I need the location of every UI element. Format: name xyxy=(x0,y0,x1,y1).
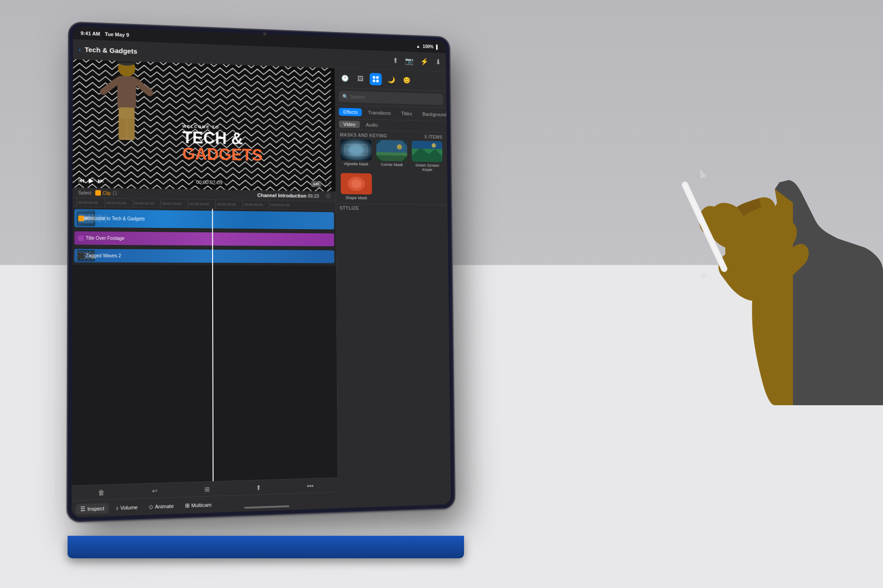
svg-rect-16 xyxy=(376,76,379,79)
effects-grid: Vignette Mask xyxy=(336,139,447,204)
app-content: WELCOME TO Tech & Gadgets ⏮ ▶ xyxy=(72,59,451,518)
ruler-mark-0: 00:00:00:00 xyxy=(76,198,105,208)
right-panel: 🕐 🖼 🌙 😊 xyxy=(335,68,451,508)
trash-icon[interactable]: 🗑 xyxy=(98,488,105,496)
multicam-label: Multicam xyxy=(191,502,212,508)
video-text-overlay: WELCOME TO Tech & Gadgets xyxy=(182,124,263,164)
volume-icon: ♪ xyxy=(116,504,118,511)
multicam-icon: ⊞ xyxy=(185,502,189,509)
title-line2: Gadgets xyxy=(182,145,263,164)
effect-item-corner[interactable]: Corner Mask xyxy=(375,140,409,172)
status-day: Tue May 9 xyxy=(105,32,129,38)
share-icon[interactable]: ⬆ xyxy=(256,484,261,491)
volume-label: Volume xyxy=(120,504,137,511)
ruler-mark-3: 00:00:03:00 xyxy=(160,199,188,208)
animate-button[interactable]: ◇ Animate xyxy=(144,501,178,512)
header-icons: ⬆ 📷 ⚡ ⬇ xyxy=(392,56,441,66)
ipad-wrapper: 9:41 AM Tue May 9 ▲ 100% ▌ ‹ Tech & Gadg… xyxy=(72,27,487,545)
timeline-timecode: 00:23 xyxy=(308,194,319,199)
track-row-bg[interactable]: Zagged Waves 2 xyxy=(73,247,336,266)
track-row-title[interactable]: Title Over Footage xyxy=(73,230,336,249)
undo-icon[interactable]: ↩ xyxy=(152,487,157,494)
svg-rect-9 xyxy=(118,118,126,138)
track-label-title: Title Over Footage xyxy=(78,235,124,241)
svg-rect-15 xyxy=(373,76,375,79)
main-title: Tech & Gadgets xyxy=(182,130,263,164)
chevron-left-icon: ‹ xyxy=(79,45,81,53)
panel-effects-icon[interactable] xyxy=(370,73,382,86)
timecode-display: 00:00:07:09 xyxy=(193,178,225,186)
right-panel-header: 🕐 🖼 🌙 😊 xyxy=(335,68,446,91)
effect-item-shape[interactable]: Shape Mask xyxy=(339,173,373,200)
battery-icon: ▌ xyxy=(436,44,439,49)
download-icon[interactable]: ⬇ xyxy=(435,58,441,67)
clip-text: Clip xyxy=(103,190,111,195)
ruler-mark-5: 00:00:05:00 xyxy=(215,200,242,209)
wifi-icon: ▲ xyxy=(416,44,420,49)
effect-item-greenscreen[interactable]: Green Screen Keyer xyxy=(411,140,444,172)
ruler-mark-1: 00:00:01:00 xyxy=(105,198,132,208)
ruler-mark-4: 00:00:04:00 xyxy=(188,199,215,209)
panel-clock-icon[interactable]: 🕐 xyxy=(339,72,351,85)
section-label-text: MASKS AND KEYING xyxy=(340,132,387,138)
play-button[interactable]: ▶ xyxy=(89,176,94,184)
info-icon[interactable]: ⓘ xyxy=(326,193,331,199)
section-count: 5 Items xyxy=(425,135,443,140)
track-label-bg: Zagged Waves 2 xyxy=(78,253,121,258)
ipad-screen: 9:41 AM Tue May 9 ▲ 100% ▌ ‹ Tech & Gadg… xyxy=(72,27,451,518)
clip-checkbox: ☐ xyxy=(113,190,117,195)
svg-rect-10 xyxy=(127,118,135,138)
subtab-audio[interactable]: Audio xyxy=(361,121,382,129)
timeline-title: Channel Introduction 00:23 xyxy=(257,192,319,199)
animate-icon: ◇ xyxy=(149,503,153,510)
svg-line-6 xyxy=(103,81,117,92)
track-name-main: Welcome to Tech & Gadgets xyxy=(86,216,145,222)
ruler-mark-2: 00:00:02:00 xyxy=(132,199,160,208)
tab-effects[interactable]: Effects xyxy=(339,108,362,116)
panel-photo-icon[interactable]: 🖼 xyxy=(354,72,366,85)
battery-pct: 100% xyxy=(423,44,433,49)
multicam-button[interactable]: ⊞ Multicam xyxy=(180,499,216,511)
quality-badge: 44K xyxy=(311,181,321,187)
animate-label: Animate xyxy=(155,503,174,509)
track-name-title: Title Over Footage xyxy=(86,235,124,241)
panel-moon-icon[interactable]: 🌙 xyxy=(385,73,397,86)
upload-icon[interactable]: ⬆ xyxy=(392,56,398,65)
tab-titles[interactable]: Titles xyxy=(397,109,416,118)
fullscreen-icon[interactable]: ⛶ xyxy=(325,181,330,187)
back-button[interactable]: ‹ xyxy=(79,45,81,53)
tab-backgrounds[interactable]: Backgrounds xyxy=(418,110,451,118)
ruler-mark-7: 00:00:07:00 xyxy=(269,200,296,210)
skip-forward-button[interactable]: ⏭ xyxy=(98,177,105,185)
effect-item-vignette[interactable]: Vignette Mask xyxy=(339,139,373,171)
effect-thumb-corner xyxy=(376,140,407,162)
project-title: Tech & Gadgets xyxy=(85,45,137,55)
panel-smile-icon[interactable]: 😊 xyxy=(401,74,413,86)
inspect-button[interactable]: ☰ Inspect xyxy=(75,503,109,514)
grid-icon[interactable]: ⊞ xyxy=(205,485,210,493)
title-line2-text: Gadgets xyxy=(182,145,263,164)
camera-pill xyxy=(263,32,267,36)
svg-rect-19 xyxy=(340,139,371,161)
effect-label-corner: Corner Mask xyxy=(381,162,403,167)
tab-transitions[interactable]: Transitions xyxy=(364,109,395,117)
clip-label: Clip ☐ xyxy=(95,190,117,196)
more-icon[interactable]: ••• xyxy=(307,482,314,490)
bolt-icon[interactable]: ⚡ xyxy=(420,57,429,66)
track-row-main[interactable]: Welcome to Tech & Gadgets xyxy=(73,207,336,231)
effect-label-vignette: Vignette Mask xyxy=(344,162,369,167)
track-icon-bg xyxy=(78,253,84,258)
skip-back-button[interactable]: ⏮ xyxy=(78,176,85,184)
ruler-mark-6: 00:00:06:00 xyxy=(242,200,269,209)
effect-label-shape: Shape Mask xyxy=(346,195,367,200)
search-input-box[interactable]: 🔍 Search xyxy=(339,90,443,105)
camera-icon[interactable]: 📷 xyxy=(405,57,414,65)
track-label-main: Welcome to Tech & Gadgets xyxy=(78,215,145,222)
select-label: Select xyxy=(78,190,91,195)
inspect-label: Inspect xyxy=(87,505,104,511)
volume-button[interactable]: ♪ Volume xyxy=(111,502,142,513)
styles-label: STYLIZE xyxy=(340,206,444,212)
svg-rect-18 xyxy=(376,80,379,82)
subtab-video[interactable]: Video xyxy=(339,121,360,128)
effect-thumb-vignette xyxy=(340,139,371,161)
